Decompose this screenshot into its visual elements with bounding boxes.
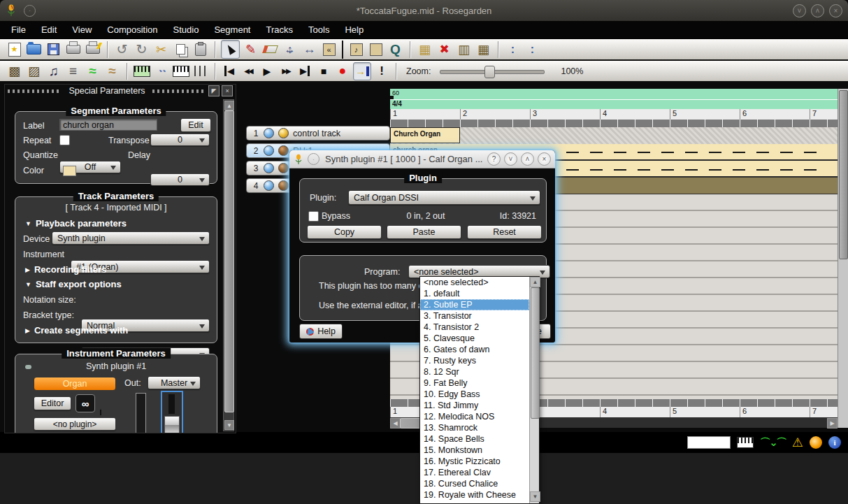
open-file-icon[interactable] [25, 41, 43, 58]
transport-skip-start-icon[interactable]: ◀ [221, 63, 238, 80]
save-icon[interactable] [45, 41, 62, 58]
recording-filters-header[interactable]: ▶ Recording filters [25, 264, 106, 275]
bypass-checkbox[interactable] [308, 211, 319, 222]
transport-stop-icon[interactable]: ■ [315, 63, 332, 80]
status-text-field[interactable] [687, 436, 731, 449]
menu-file[interactable]: File [11, 24, 26, 35]
add-track-icon[interactable]: ▦ [416, 41, 433, 58]
dialog-shade-icon[interactable]: ˅ [504, 152, 517, 166]
select-tool-icon[interactable] [221, 40, 240, 59]
transport-skip-end-icon[interactable]: ▶ [296, 63, 313, 80]
program-option[interactable]: <none selected> [420, 277, 529, 288]
move-tool-icon[interactable]: ↔ ↕ [281, 41, 299, 58]
menu-composition[interactable]: Composition [107, 24, 157, 35]
midi-mixer-icon[interactable] [133, 62, 150, 80]
cut-icon[interactable]: ✂ [152, 41, 170, 58]
quantize-icon[interactable]: Q [387, 41, 404, 58]
program-option[interactable]: 18. Cursed Chalice [420, 478, 529, 489]
delay-combo[interactable]: 0 [150, 173, 210, 186]
program-option[interactable]: 6. Gates of dawn [420, 344, 529, 355]
window-titlebar[interactable]: · *ToccataFugue.mid - Rosegarden ˅ ˄ × [0, 0, 848, 21]
dialog-titlebar[interactable]: · Synth plugin #1 [ 1000 ] - Calf Organ … [289, 150, 555, 168]
program-option[interactable]: 17. Ethereal Clav [420, 467, 529, 478]
track-record-led[interactable] [278, 180, 289, 191]
zoom-slider[interactable] [440, 65, 545, 78]
audio-mixer-icon[interactable]: ≈ [103, 62, 121, 80]
scroll-up-icon[interactable]: ▲ [224, 101, 234, 110]
stereo-toggle-button[interactable]: ∞ [76, 394, 95, 412]
paste-button[interactable]: Paste [387, 225, 461, 239]
create-segments-header[interactable]: ▶ Create segments with [25, 325, 128, 336]
program-option[interactable]: 5. Clavesque [420, 333, 529, 344]
dock-drag-pattern[interactable] [8, 89, 62, 93]
dock-close-icon[interactable]: × [222, 85, 233, 96]
menu-help[interactable]: Help [345, 24, 364, 35]
program-option[interactable]: 19. Royale with Cheese [420, 489, 529, 501]
tempo-marker[interactable] [390, 96, 394, 99]
resize-tool-icon[interactable]: ↔ [301, 41, 318, 58]
gauges-icon[interactable]: ◔◔ [152, 62, 170, 80]
bar-ruler[interactable]: 1 2 3 4 5 6 7 [390, 109, 838, 120]
dock-float-icon[interactable]: ◤ [208, 85, 220, 96]
staff-export-header[interactable]: ▼ Staff export options [25, 279, 122, 289]
transport-rewind-icon[interactable]: ◀◀ [240, 63, 257, 80]
reset-button[interactable]: Reset [467, 225, 542, 239]
program-option-selected[interactable]: 2. Subtle EP [420, 299, 529, 310]
copy-icon[interactable] [172, 41, 189, 58]
close-icon[interactable]: × [829, 4, 842, 17]
track-button-1[interactable]: 1 control track [246, 126, 390, 141]
transport-loop-icon[interactable]: → [353, 62, 371, 80]
program-option[interactable]: 13. Shamrock [420, 422, 529, 433]
window-menu-button[interactable]: · [24, 5, 36, 17]
program-option[interactable]: 16. Mystic Pizzicato [420, 456, 529, 467]
popup-scroll-thumb[interactable] [531, 287, 540, 419]
dialog-menu-button[interactable]: · [308, 153, 319, 165]
unmute-all-tracks-icon[interactable]: ▦ [475, 41, 492, 58]
segment-label-field[interactable]: church organ [59, 119, 157, 131]
menu-tools[interactable]: Tools [308, 24, 329, 35]
playback-parameters-header[interactable]: ▼ Playback parameters [25, 218, 127, 229]
tempo-ruler[interactable]: 60 [390, 89, 838, 100]
vertical-scrollbar[interactable] [838, 89, 848, 428]
track-mute-led[interactable] [264, 180, 274, 191]
maximize-icon[interactable]: ˄ [811, 4, 824, 17]
vscroll-thumb[interactable] [839, 90, 848, 259]
zoom-slider-handle[interactable] [484, 66, 495, 78]
notation-editor-icon[interactable]: ♫ [45, 62, 62, 80]
transport-record-icon[interactable]: ● [334, 63, 351, 80]
segment-church-organ[interactable]: Church Organ [390, 127, 460, 143]
paste-icon[interactable] [192, 41, 209, 58]
menu-segment[interactable]: Segment [214, 24, 250, 35]
faders-icon[interactable] [192, 62, 209, 80]
minimize-icon[interactable]: ˅ [793, 4, 806, 17]
program-option[interactable]: 11. Std Jimmy [420, 400, 529, 411]
shell-icon[interactable] [810, 436, 822, 449]
dock-scroll-thumb[interactable] [224, 110, 234, 412]
menu-edit[interactable]: Edit [41, 24, 57, 35]
program-option[interactable]: 14. Space Bells [420, 433, 529, 445]
track-mute-led[interactable] [264, 145, 274, 156]
new-file-icon[interactable]: ★ [6, 41, 23, 58]
track-record-led[interactable] [278, 128, 289, 138]
mute-all-tracks-icon[interactable]: ▥ [455, 41, 473, 58]
matrix-editor-icon[interactable]: ▩ [6, 62, 23, 80]
keyboard-faders-icon[interactable] [172, 62, 189, 80]
draw-tool-icon[interactable]: ✎ [242, 41, 259, 58]
transport-ffwd-icon[interactable]: ▶▶ [278, 63, 294, 80]
fader-handle[interactable] [164, 416, 180, 433]
device-combo[interactable]: Synth plugin [52, 231, 210, 245]
editor-button[interactable]: Editor [34, 396, 71, 410]
delete-track-icon[interactable]: ✖ [436, 41, 453, 58]
transpose-combo[interactable]: 0 [150, 134, 210, 146]
track-mute-led[interactable] [264, 128, 274, 138]
split-tool-icon[interactable]: « [320, 41, 338, 58]
track-record-led[interactable] [278, 145, 289, 156]
copy-button[interactable]: Copy [307, 225, 382, 239]
program-option[interactable]: 4. Transistor 2 [420, 322, 529, 333]
track-row-1[interactable]: Church Organ [390, 127, 838, 145]
timesig-ruler[interactable]: 4/4 [390, 100, 838, 110]
program-option[interactable]: 10. Edgy Bass [420, 389, 529, 400]
program-option[interactable]: 7. Rusty keys [420, 355, 529, 366]
undo-icon[interactable]: ↺ [113, 41, 131, 58]
repeat-checkbox[interactable] [59, 135, 70, 145]
